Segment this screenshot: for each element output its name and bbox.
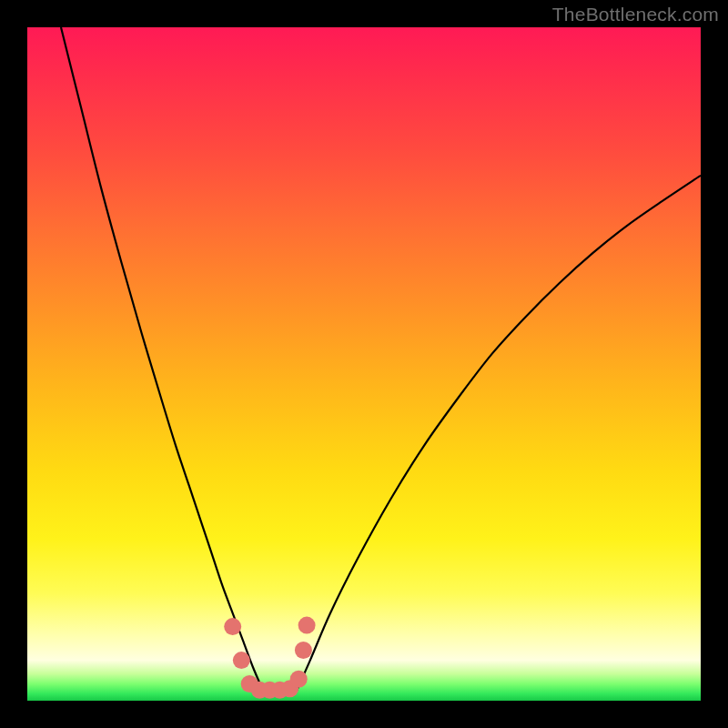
valley-marker-group	[224, 617, 315, 699]
valley-marker-dot	[298, 617, 316, 634]
curve-right-branch	[297, 176, 701, 691]
plot-area	[27, 27, 701, 701]
outer-black-frame: TheBottleneck.com	[0, 0, 728, 728]
valley-marker-dot	[233, 652, 250, 669]
curve-left-branch	[61, 27, 263, 691]
valley-marker-dot	[224, 618, 241, 635]
watermark-text: TheBottleneck.com	[552, 4, 719, 25]
valley-marker-dot	[290, 671, 308, 688]
bottleneck-curve-svg	[27, 27, 701, 701]
valley-marker-dot	[295, 642, 312, 659]
